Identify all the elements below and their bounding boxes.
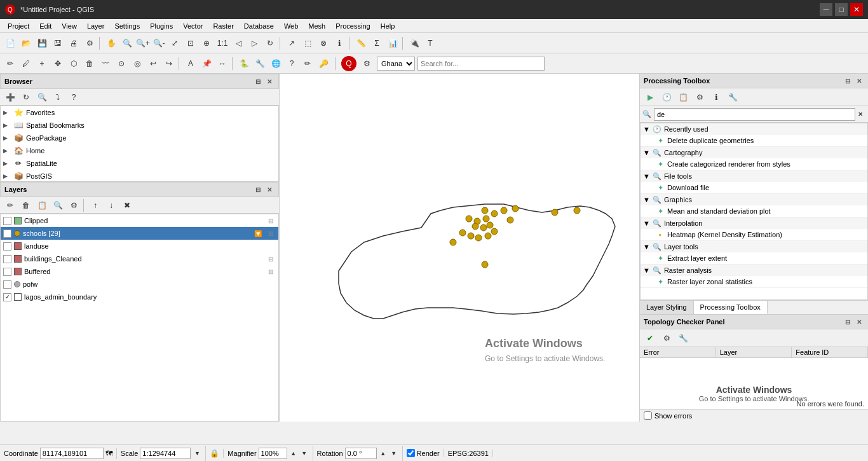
proc-section-header-graphics[interactable]: ▼ 🔍 Graphics <box>641 194 867 205</box>
refresh-button[interactable]: ↻ <box>262 36 278 51</box>
node-button[interactable]: ⬡ <box>66 56 81 71</box>
rotation-input[interactable] <box>345 448 377 459</box>
show-errors-checkbox[interactable] <box>644 411 652 420</box>
layer-item-schools[interactable]: schools [29] 🔽 ⊟ <box>1 227 278 240</box>
plugins4-button[interactable]: 🌐 <box>268 56 283 71</box>
browser-filter-btn[interactable]: 🔍 <box>34 90 50 105</box>
layer-item-buffered[interactable]: Buffered ⊟ <box>1 265 278 278</box>
layer-check-landuse[interactable] <box>3 242 11 251</box>
python-button[interactable]: 🐍 <box>236 56 252 71</box>
tab-processing-toolbox[interactable]: Processing Toolbox <box>694 301 768 314</box>
menu-database[interactable]: Database <box>239 21 279 31</box>
proc-item-zonal-stats[interactable]: ✦ Raster layer zonal statistics <box>641 276 867 287</box>
processing-options-btn[interactable]: ⚙ <box>692 90 707 105</box>
proc-item-heatmap[interactable]: ▪ Heatmap (Kernel Density Estimation) <box>641 229 867 240</box>
layer-collapse-schools[interactable]: ⊟ <box>266 228 276 238</box>
tab-layer-styling[interactable]: Layer Styling <box>640 301 694 314</box>
move-button[interactable]: ✥ <box>50 56 65 71</box>
proc-section-header-filetools[interactable]: ▼ 🔍 File tools <box>641 170 867 182</box>
move-label-button[interactable]: ↔ <box>215 56 230 71</box>
properties-button[interactable]: ⚙ <box>82 36 97 51</box>
undo-button[interactable]: ↩ <box>146 56 161 71</box>
text-button[interactable]: T <box>423 36 438 51</box>
zoom-select-button[interactable]: ⊕ <box>199 36 214 51</box>
new-project-button[interactable]: 📄 <box>3 36 18 51</box>
add-ring-button[interactable]: ⊙ <box>114 56 129 71</box>
select-rect-button[interactable]: ⬚ <box>300 36 315 51</box>
layers-options-btn[interactable]: ⚙ <box>66 198 81 213</box>
layer-check-pofw[interactable] <box>3 280 11 289</box>
menu-processing[interactable]: Processing <box>330 21 375 31</box>
proc-item-mean-std[interactable]: ✦ Mean and standard deviation plot <box>641 205 867 217</box>
tree-item-bookmarks[interactable]: ▶ 📖 Spatial Bookmarks <box>1 119 278 132</box>
layer-check-clipped[interactable] <box>3 217 11 225</box>
zoom-native-button[interactable]: 1:1 <box>215 36 230 51</box>
processing-info-btn[interactable]: ℹ <box>709 90 724 105</box>
browser-refresh-btn[interactable]: ↻ <box>18 90 34 105</box>
render-checkbox[interactable] <box>407 449 415 457</box>
edit-button[interactable]: 🖊 <box>18 56 34 71</box>
layers-close-btn[interactable]: ✕ <box>264 184 275 195</box>
proc-item-categorized[interactable]: ✦ Create categorized renderer from style… <box>641 158 867 170</box>
print-button[interactable]: 🖨 <box>66 36 81 51</box>
map-canvas[interactable]: Activate Windows Go to Settings to activ… <box>280 74 639 422</box>
label-button[interactable]: A <box>183 56 198 71</box>
layer-check-buffered[interactable] <box>3 268 11 276</box>
layers-collapse-btn[interactable]: ⊟ <box>253 184 263 195</box>
proc-item-delete-dup[interactable]: ✦ Delete duplicate geometries <box>641 135 867 146</box>
menu-web[interactable]: Web <box>279 21 303 31</box>
proc-section-header-cartography[interactable]: ▼ 🔍 Cartography <box>641 147 867 158</box>
menu-view[interactable]: View <box>57 21 82 31</box>
calculator-button[interactable]: Σ <box>369 36 384 51</box>
add-feature-button[interactable]: + <box>34 56 50 71</box>
layers-filter-btn[interactable]: 🔍 <box>50 198 65 213</box>
rotation-adjust-dn[interactable]: ▼ <box>390 446 398 461</box>
layer-collapse-buildings[interactable]: ⊟ <box>266 254 276 264</box>
zoom-next-button[interactable]: ▷ <box>247 36 262 51</box>
fill-ring-button[interactable]: ◎ <box>130 56 145 71</box>
layers-remove-btn[interactable]: 🗑 <box>18 198 34 213</box>
menu-layer[interactable]: Layer <box>82 21 110 31</box>
layer-check-schools[interactable] <box>3 230 11 238</box>
digitize-button[interactable]: ✏ <box>3 56 18 71</box>
menu-help[interactable]: Help <box>376 21 400 31</box>
scale-dropdown-btn[interactable]: ▼ <box>193 446 201 461</box>
tree-item-geopackage[interactable]: ▶ 📦 GeoPackage <box>1 132 278 144</box>
tree-item-home[interactable]: ▶ 🏠 Home <box>1 144 278 157</box>
proc-section-header-raster[interactable]: ▼ 🔍 Raster analysis <box>641 265 867 276</box>
locator-search[interactable] <box>417 57 545 71</box>
rotation-adjust-up[interactable]: ▲ <box>379 446 388 461</box>
save-as-button[interactable]: 🖫 <box>50 36 65 51</box>
save-project-button[interactable]: 💾 <box>34 36 50 51</box>
zoom-out-button[interactable]: 🔍- <box>151 36 166 51</box>
tree-item-spatialite[interactable]: ▶ ✏ SpatiaLite <box>1 157 278 170</box>
statistical-button[interactable]: 📊 <box>385 36 400 51</box>
proc-item-download[interactable]: ✦ Download file <box>641 182 867 193</box>
topology-validate-btn[interactable]: ✔ <box>642 331 658 346</box>
processing-script-btn[interactable]: 🔧 <box>725 90 740 105</box>
deselect-button[interactable]: ⊗ <box>316 36 331 51</box>
pan-map-button[interactable]: 🔍 <box>119 36 135 51</box>
simplify-button[interactable]: 〰 <box>98 56 113 71</box>
layers-move-up-btn[interactable]: ↑ <box>88 198 103 213</box>
select-button[interactable]: ↗ <box>284 36 299 51</box>
topology-close-btn[interactable]: ✕ <box>854 317 864 327</box>
menu-raster[interactable]: Raster <box>208 21 238 31</box>
help-button[interactable]: ? <box>284 56 299 71</box>
menu-vector[interactable]: Vector <box>178 21 208 31</box>
layer-item-pofw[interactable]: pofw <box>1 278 278 291</box>
processing-collapse-btn[interactable]: ⊟ <box>843 76 853 86</box>
layer-item-lagos[interactable]: lagos_admin_boundary <box>1 291 278 303</box>
browser-add-btn[interactable]: ➕ <box>3 90 18 105</box>
search-clear-btn[interactable]: ✕ <box>855 109 865 120</box>
processing-run-btn[interactable]: ▶ <box>642 90 658 105</box>
pin-button[interactable]: 📌 <box>199 56 214 71</box>
minimize-button[interactable]: ─ <box>820 3 832 16</box>
browser-collapse-all-btn[interactable]: ⤵ <box>50 90 65 105</box>
menu-edit[interactable]: Edit <box>34 21 57 31</box>
layer-item-landuse[interactable]: landuse <box>1 240 278 252</box>
tree-item-favorites[interactable]: ▶ ⭐ Favorites <box>1 106 278 119</box>
layer-item-clipped[interactable]: Clipped ⊟ <box>1 214 278 227</box>
layer-collapse-buffered[interactable]: ⊟ <box>266 266 276 277</box>
locator-filter[interactable]: Ghana <box>377 57 415 71</box>
